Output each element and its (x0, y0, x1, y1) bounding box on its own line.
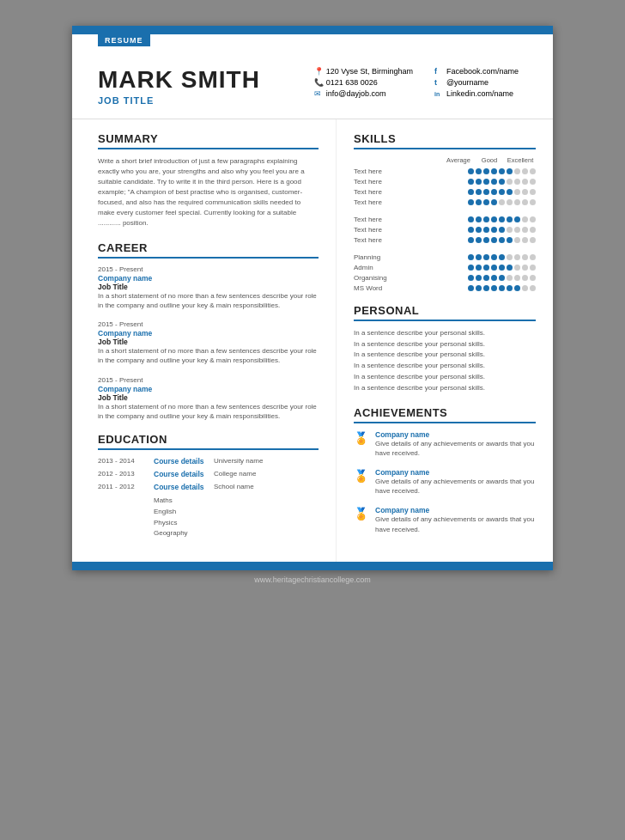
dot-filled (476, 275, 482, 281)
dot-empty (530, 237, 536, 243)
career-desc-3: In a short statement of no more than a f… (98, 402, 319, 421)
achievement-desc: Give details of any achievements or awar… (375, 514, 536, 533)
subject-3: Physics (154, 518, 319, 529)
skill-row: Text here (354, 178, 536, 186)
dot-empty (530, 265, 536, 271)
edu-course-2: Course details (154, 470, 214, 478)
dot-empty (514, 199, 520, 205)
dot-empty (522, 227, 528, 233)
dot-filled (491, 189, 497, 195)
achievements-title: ACHIEVEMENTS (354, 406, 536, 423)
edu-entry-2: 2012 - 2013 Course details College name (98, 470, 319, 478)
dot-filled (468, 216, 474, 222)
dot-filled (499, 237, 505, 243)
skill-row: Organising (354, 274, 536, 282)
facebook-text: Facebook.com/name (446, 67, 519, 76)
dot-empty (507, 254, 513, 260)
dot-filled (507, 189, 513, 195)
personal-line: In a sentence describe your personal ski… (354, 328, 536, 339)
skills-header: Average Good Excellent (354, 156, 536, 164)
personal-line: In a sentence describe your personal ski… (354, 350, 536, 361)
skill-row: MS Word (354, 284, 536, 292)
achievement-content: Company nameGive details of any achievem… (375, 468, 536, 496)
dot-filled (483, 275, 489, 281)
career-entry-1: 2015 - Present Company name Job Title In… (98, 265, 319, 310)
dot-empty (507, 227, 513, 233)
skill-spacer-8 (354, 247, 536, 253)
body-section: SUMMARY Write a short brief introduction… (72, 119, 553, 562)
dot-empty (514, 265, 520, 271)
top-bar (72, 26, 553, 34)
dot-filled (476, 265, 482, 271)
education-section: EDUCATION 2013 - 2014 Course details Uni… (98, 433, 319, 539)
skill-col-excellent: Excellent (505, 156, 536, 164)
skills-section: SKILLS Average Good Excellent Text hereT… (354, 132, 536, 292)
skill-row: Admin (354, 264, 536, 271)
email-icon: ✉ (314, 89, 323, 98)
twitter-icon: t (434, 78, 443, 87)
dot-filled (499, 285, 505, 291)
name-section: MARK SMITH JOB TITLE (98, 67, 306, 106)
contact-col-left: 📍 120 Vyse St, Birmingham 📞 0121 638 002… (314, 67, 413, 98)
career-jobtitle-2: Job Title (98, 338, 319, 346)
skill-row: Planning (354, 253, 536, 261)
dot-empty (522, 265, 528, 271)
dot-filled (468, 265, 474, 271)
dot-filled (476, 227, 482, 233)
skill-dots (468, 216, 536, 222)
edu-course-1: Course details (154, 457, 214, 466)
dot-empty (522, 199, 528, 205)
skill-dots (468, 189, 536, 195)
personal-line: In a sentence describe your personal ski… (354, 339, 536, 350)
skill-name: Text here (354, 178, 468, 186)
contact-twitter: t @yourname (434, 78, 519, 87)
dot-empty (530, 275, 536, 281)
dot-empty (530, 254, 536, 260)
skill-dots (468, 275, 536, 281)
dot-filled (483, 199, 489, 205)
dot-filled (499, 189, 505, 195)
dot-filled (476, 285, 482, 291)
dot-filled (468, 168, 474, 174)
achievements-section: ACHIEVEMENTS 🏅Company nameGive details o… (354, 406, 536, 534)
skill-row: Text here (354, 236, 536, 244)
dot-filled (491, 216, 497, 222)
dot-filled (468, 237, 474, 243)
dot-filled (483, 265, 489, 271)
dot-filled (483, 216, 489, 222)
edu-entry-3: 2011 - 2012 Course details School name (98, 483, 319, 491)
skill-name: Text here (354, 216, 468, 223)
skill-name: Organising (354, 274, 468, 282)
personal-section: PERSONAL In a sentence describe your per… (354, 304, 536, 394)
dot-empty (530, 199, 536, 205)
career-jobtitle-1: Job Title (98, 283, 319, 291)
dot-empty (514, 189, 520, 195)
edu-date-3: 2011 - 2012 (98, 483, 154, 490)
dot-filled (499, 216, 505, 222)
contact-phone: 📞 0121 638 0026 (314, 78, 413, 87)
personal-lines: In a sentence describe your personal ski… (354, 328, 536, 394)
dot-filled (483, 227, 489, 233)
dot-empty (522, 275, 528, 281)
dot-filled (491, 254, 497, 260)
dot-filled (507, 265, 513, 271)
dot-empty (514, 237, 520, 243)
contacts-wrapper: 📍 120 Vyse St, Birmingham 📞 0121 638 002… (314, 67, 527, 98)
skill-row: Text here (354, 198, 536, 206)
dot-filled (468, 227, 474, 233)
dot-filled (491, 199, 497, 205)
contact-linkedin: in Linkedin.com/name (434, 89, 519, 98)
twitter-text: @yourname (446, 78, 488, 87)
linkedin-icon: in (434, 91, 443, 97)
dot-filled (491, 168, 497, 174)
skill-col-good: Good (474, 156, 505, 164)
career-section: CAREER 2015 - Present Company name Job T… (98, 241, 319, 421)
education-title: EDUCATION (98, 433, 319, 450)
dot-empty (514, 275, 520, 281)
dot-filled (483, 179, 489, 185)
dot-empty (499, 199, 505, 205)
skill-name: Text here (354, 188, 468, 196)
dot-filled (491, 285, 497, 291)
dot-filled (499, 227, 505, 233)
skill-row: Text here (354, 216, 536, 223)
